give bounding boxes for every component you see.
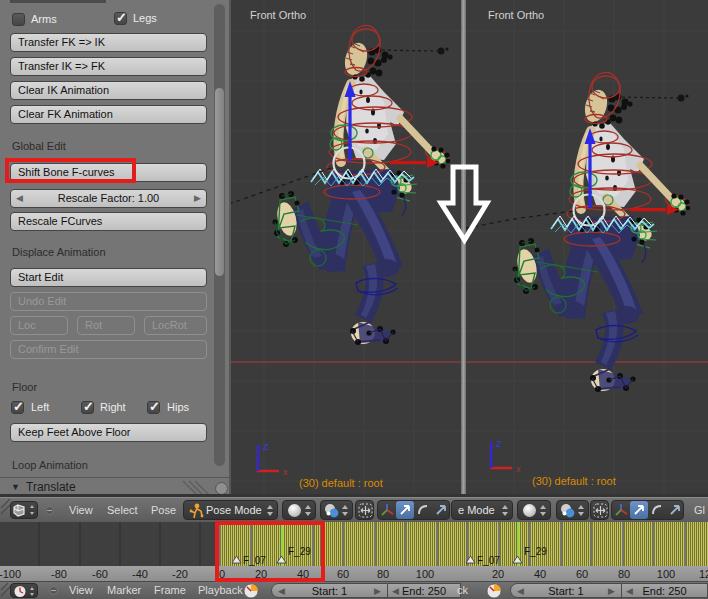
svg-text:(30) default : root: (30) default : root (532, 475, 616, 487)
svg-text:-60: -60 (92, 568, 108, 580)
svg-text:100: 100 (416, 568, 434, 580)
svg-text:40: 40 (534, 568, 546, 580)
svg-text:-80: -80 (51, 568, 67, 580)
svg-text:60: 60 (337, 568, 349, 580)
svg-text:80: 80 (377, 568, 389, 580)
svg-text:Z: Z (496, 439, 502, 449)
svg-text:x: x (516, 464, 521, 474)
svg-text:Front Ortho: Front Ortho (250, 9, 306, 21)
svg-text:100: 100 (657, 568, 675, 580)
svg-text:F_29: F_29 (524, 546, 547, 557)
svg-text:-40: -40 (132, 568, 148, 580)
svg-text:12: 12 (699, 568, 708, 580)
svg-text:-100: -100 (0, 568, 21, 580)
svg-text:F_07: F_07 (477, 555, 500, 566)
svg-text:20: 20 (492, 568, 504, 580)
svg-text:(30) default : root: (30) default : root (299, 477, 383, 489)
svg-text:Front Ortho: Front Ortho (488, 9, 544, 21)
svg-text:60: 60 (576, 568, 588, 580)
svg-text:-20: -20 (172, 568, 188, 580)
svg-text:Z: Z (263, 442, 269, 452)
svg-text:80: 80 (618, 568, 630, 580)
svg-text:x: x (283, 467, 288, 477)
